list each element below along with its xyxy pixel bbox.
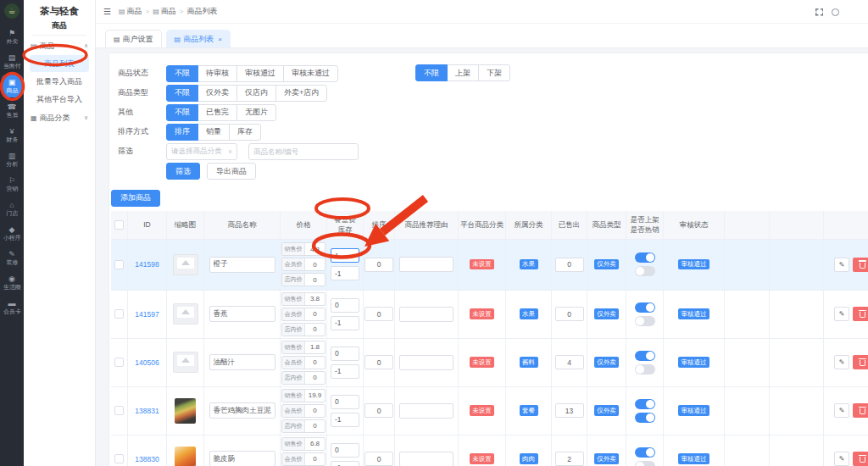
hot-toggle[interactable] [635,461,655,466]
product-id-link[interactable]: 138830 [135,455,159,463]
filter-submit-button[interactable]: 筛选 [166,163,200,180]
sidebar-group-products[interactable]: ▤ 商品 ∧ [24,37,95,54]
filter-shelf-on[interactable]: 上架 [447,64,479,81]
thumbnail-placeholder-image[interactable] [173,303,198,325]
sidebar-item-batch-import[interactable]: 批量导入商品 [30,73,89,90]
filter-status-any[interactable]: 不限 [166,65,198,82]
platform-category-badge[interactable]: 未设置 [470,357,495,368]
platform-category-badge[interactable]: 未设置 [470,308,495,319]
nav-item-finance[interactable]: ¥财务 [0,123,24,147]
filter-status-approved[interactable]: 审核通过 [236,65,284,82]
filter-type-both[interactable]: 外卖+店内 [275,85,327,102]
product-id-link[interactable]: 141598 [135,260,159,269]
recommend-reason-input[interactable] [399,257,453,272]
edit-button[interactable]: ✎ [834,307,849,321]
store-price-value[interactable]: 0 [305,324,325,336]
nav-item-membercard[interactable]: ▬会员卡 [0,295,24,319]
row-checkbox[interactable] [114,454,124,463]
boxfee-input[interactable] [331,395,359,409]
nav-item-analytics[interactable]: ▥分析 [0,147,24,172]
product-name-input[interactable] [209,257,275,273]
sold-input[interactable] [555,452,584,466]
thumbnail-photo[interactable] [175,398,196,424]
delete-button[interactable] [853,258,868,272]
sold-input[interactable] [555,355,584,369]
sidebar-group-categories[interactable]: ▦ 商品分类 ∨ [24,109,95,126]
sale-price-value[interactable]: 6.8 [305,438,325,450]
shelf-toggle[interactable] [635,351,655,361]
nav-item-marketing[interactable]: ⚐营销 [0,172,24,197]
shelf-toggle[interactable] [635,302,655,313]
nav-item-stores[interactable]: ⌂门店 [0,197,24,221]
edit-button[interactable]: ✎ [834,258,849,272]
hot-toggle[interactable] [635,316,655,326]
menu-fold-icon[interactable]: ☰ [103,7,111,16]
shelf-toggle[interactable] [635,252,655,263]
filter-type-takeout-only[interactable]: 仅外卖 [198,85,237,102]
member-price-value[interactable]: 0 [305,453,325,465]
stock-input[interactable] [331,316,359,330]
add-product-button[interactable]: 添加商品 [111,190,160,207]
product-name-input[interactable] [209,402,275,419]
thumbnail-photo[interactable] [175,447,196,466]
filter-other-soldout[interactable]: 已售完 [198,104,237,121]
row-checkbox[interactable] [114,309,124,319]
member-price-value[interactable]: 0 [305,308,325,320]
nav-item-decoration[interactable]: ✎装修 [0,246,24,270]
sort-input[interactable] [364,403,393,418]
nav-item-aftersales[interactable]: ☎售后 [0,98,24,123]
member-price-value[interactable]: 0 [305,357,325,369]
filter-sort-stock[interactable]: 库存 [229,124,261,141]
filter-type-any[interactable]: 不限 [166,85,198,102]
stock-input[interactable] [331,364,359,379]
sale-price-value[interactable]: 1.8 [305,341,325,353]
row-checkbox[interactable] [114,406,124,415]
breadcrumb-item-products-1[interactable]: ▤商品 [119,6,142,17]
tab-merchant-settings[interactable]: ▤ 商户设置 [105,30,162,47]
sort-input[interactable] [364,355,393,369]
close-icon[interactable]: × [218,36,222,43]
hot-toggle[interactable] [635,413,655,423]
store-price-value[interactable]: 0 [305,372,325,384]
sort-input[interactable] [364,452,393,466]
filter-sort-sales[interactable]: 销量 [198,124,230,141]
nav-item-lifecircle[interactable]: ◉生活圈 [0,270,24,295]
sale-price-value[interactable]: 4.8 [305,243,325,255]
filter-status-rejected[interactable]: 审核未通过 [283,65,338,82]
filter-shelf-off[interactable]: 下架 [478,64,510,81]
stock-input[interactable] [331,266,359,280]
delete-button[interactable] [853,307,868,321]
store-price-value[interactable]: 0 [305,420,325,432]
delete-button[interactable] [853,403,868,418]
fullscreen-icon[interactable] [815,8,823,16]
breadcrumb-item-product-list[interactable]: 商品列表 [186,6,217,17]
filter-type-instore-only[interactable]: 仅店内 [236,85,276,102]
store-price-value[interactable]: 0 [305,274,325,286]
sort-input[interactable] [364,258,393,272]
shelf-toggle[interactable] [635,399,655,409]
brand-logo-icon[interactable]: ☕ [4,3,19,19]
thumbnail-placeholder-image[interactable] [173,254,198,275]
nav-item-face-pay[interactable]: ▤当面付 [0,49,24,74]
tab-product-list[interactable]: ▤ 商品列表 × [166,30,231,47]
platform-category-badge[interactable]: 未设置 [470,405,495,416]
sold-input[interactable] [555,258,584,272]
boxfee-input[interactable] [331,443,359,458]
nav-item-products[interactable]: ▣商品 [2,75,23,97]
filter-shelf-any[interactable]: 不限 [415,64,448,81]
sold-input[interactable] [555,307,584,321]
product-name-input[interactable] [209,451,275,466]
row-checkbox[interactable] [114,358,124,367]
search-input[interactable] [248,143,359,160]
boxfee-input[interactable] [331,248,359,263]
delete-button[interactable] [853,452,868,466]
product-id-link[interactable]: 141597 [135,310,159,319]
product-id-link[interactable]: 140506 [135,358,159,367]
edit-button[interactable]: ✎ [834,452,849,466]
thumbnail-placeholder-image[interactable] [173,352,198,373]
platform-category-badge[interactable]: 未设置 [470,453,495,464]
product-name-input[interactable] [209,306,275,322]
edit-button[interactable]: ✎ [834,355,849,369]
edit-button[interactable]: ✎ [834,403,849,418]
sold-input[interactable] [555,403,584,418]
